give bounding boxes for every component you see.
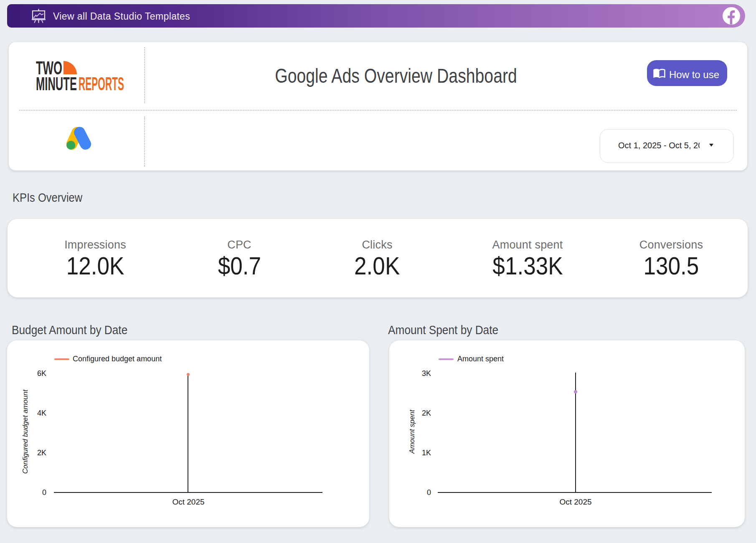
svg-text:MINUTE: MINUTE: [36, 73, 77, 91]
svg-text:REPORTS: REPORTS: [79, 73, 124, 91]
